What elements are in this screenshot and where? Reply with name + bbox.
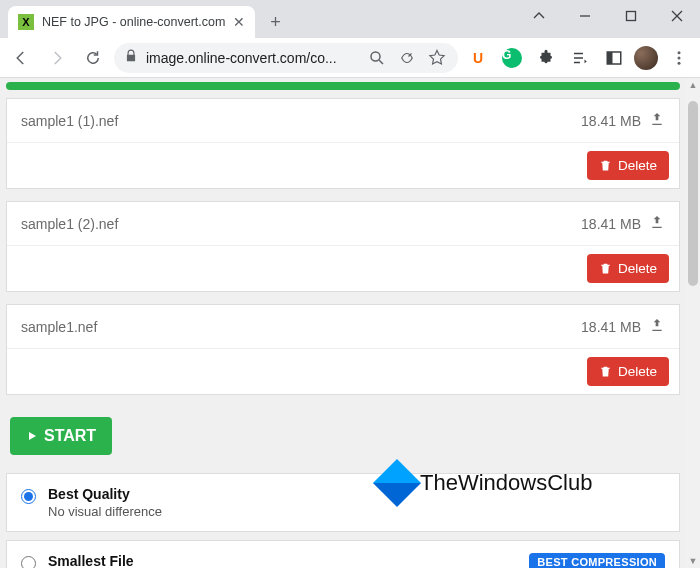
svg-point-8 (678, 51, 681, 54)
option-subtitle: No visual difference (48, 504, 665, 519)
svg-line-5 (379, 60, 383, 64)
option-radio[interactable] (21, 556, 36, 568)
browser-toolbar: image.online-convert.com/co... U G (0, 38, 700, 78)
svg-point-10 (678, 61, 681, 64)
file-name: sample1.nef (21, 319, 581, 335)
file-card: sample1.nef 18.41 MB Delete (6, 304, 680, 395)
trash-icon (599, 365, 612, 378)
window-more-icon[interactable] (516, 0, 562, 32)
browser-tab[interactable]: X NEF to JPG - online-convert.com ✕ (8, 6, 255, 38)
option-title: Best Quality (48, 486, 665, 502)
file-size: 18.41 MB (581, 319, 641, 335)
extension-u-icon[interactable]: U (464, 44, 492, 72)
best-compression-badge: BEST COMPRESSION (529, 553, 665, 568)
file-size: 18.41 MB (581, 216, 641, 232)
file-info-row: sample1.nef 18.41 MB (7, 305, 679, 349)
file-info-row: sample1 (1).nef 18.41 MB (7, 99, 679, 143)
svg-rect-1 (627, 12, 636, 21)
new-tab-button[interactable]: + (261, 8, 289, 36)
window-controls (516, 0, 700, 32)
scroll-up-arrow-icon[interactable]: ▲ (686, 78, 700, 92)
back-button[interactable] (6, 43, 36, 73)
file-name: sample1 (2).nef (21, 216, 581, 232)
share-icon[interactable] (396, 43, 418, 73)
file-card: sample1 (1).nef 18.41 MB Delete (6, 98, 680, 189)
forward-button[interactable] (42, 43, 72, 73)
browser-menu-icon[interactable] (664, 43, 694, 73)
scroll-area: sample1 (1).nef 18.41 MB Delete sample1 … (0, 78, 686, 568)
file-name: sample1 (1).nef (21, 113, 581, 129)
upload-progress-strip (6, 82, 680, 90)
window-minimize-button[interactable] (562, 0, 608, 32)
scrollbar-thumb[interactable] (688, 101, 698, 286)
delete-button[interactable]: Delete (587, 357, 669, 386)
option-best-quality[interactable]: Best Quality No visual difference (6, 473, 680, 532)
upload-icon (649, 214, 665, 233)
reload-button[interactable] (78, 43, 108, 73)
window-titlebar: X NEF to JPG - online-convert.com ✕ + (0, 0, 700, 38)
extensions-icon[interactable] (532, 44, 560, 72)
window-close-button[interactable] (654, 0, 700, 32)
svg-point-4 (371, 52, 380, 61)
bookmark-icon[interactable] (426, 43, 448, 73)
media-control-icon[interactable] (566, 44, 594, 72)
file-info-row: sample1 (2).nef 18.41 MB (7, 202, 679, 246)
window-maximize-button[interactable] (608, 0, 654, 32)
file-size: 18.41 MB (581, 113, 641, 129)
file-card: sample1 (2).nef 18.41 MB Delete (6, 201, 680, 292)
upload-icon (649, 317, 665, 336)
svg-rect-7 (607, 52, 612, 64)
favicon: X (18, 14, 34, 30)
zoom-icon[interactable] (366, 43, 388, 73)
url-text: image.online-convert.com/co... (146, 50, 358, 66)
address-bar[interactable]: image.online-convert.com/co... (114, 43, 458, 73)
page-content: sample1 (1).nef 18.41 MB Delete sample1 … (0, 78, 700, 568)
option-smallest-file[interactable]: Smallest File Tiny file size BEST COMPRE… (6, 540, 680, 568)
side-panel-icon[interactable] (600, 44, 628, 72)
play-icon (26, 429, 38, 443)
delete-label: Delete (618, 364, 657, 379)
start-button[interactable]: START (10, 417, 112, 455)
option-radio[interactable] (21, 489, 36, 504)
delete-button[interactable]: Delete (587, 254, 669, 283)
trash-icon (599, 159, 612, 172)
scrollbar-track[interactable] (686, 92, 700, 554)
start-label: START (44, 427, 96, 445)
vertical-scrollbar[interactable]: ▲ ▼ (686, 78, 700, 568)
tab-close-icon[interactable]: ✕ (233, 14, 245, 30)
option-title: Smallest File (48, 553, 517, 568)
profile-avatar[interactable] (634, 46, 658, 70)
delete-button[interactable]: Delete (587, 151, 669, 180)
tab-title: NEF to JPG - online-convert.com (42, 15, 225, 29)
trash-icon (599, 262, 612, 275)
delete-label: Delete (618, 158, 657, 173)
upload-icon (649, 111, 665, 130)
delete-label: Delete (618, 261, 657, 276)
lock-icon (124, 49, 138, 66)
extension-g-icon[interactable]: G (498, 44, 526, 72)
scroll-down-arrow-icon[interactable]: ▼ (686, 554, 700, 568)
svg-point-9 (678, 56, 681, 59)
